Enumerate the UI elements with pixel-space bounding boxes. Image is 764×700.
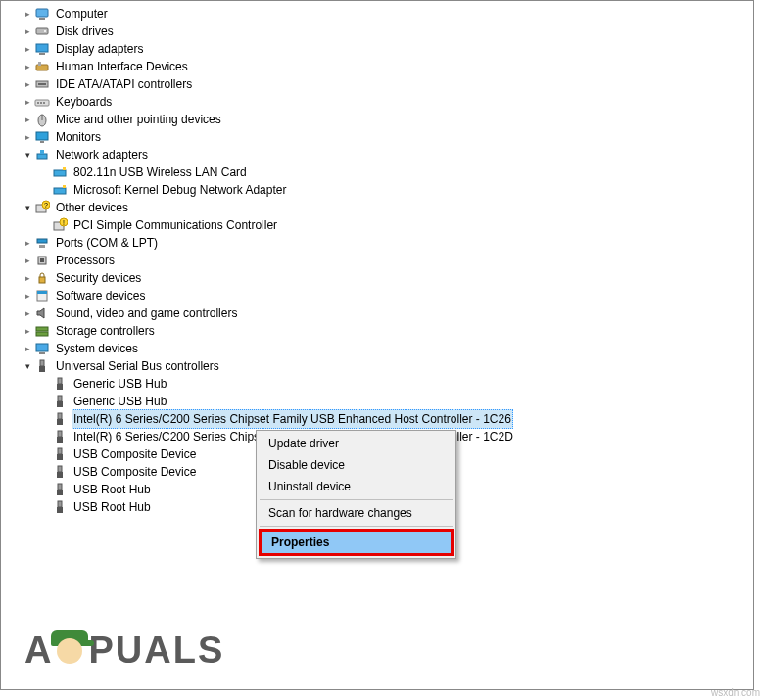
expand-arrow-icon[interactable]: [21, 128, 34, 146]
expand-arrow-icon[interactable]: [21, 75, 34, 93]
node-keyboards[interactable]: Keyboards: [3, 93, 753, 111]
node-label: Keyboards: [54, 93, 114, 111]
node-ports[interactable]: Ports (COM & LPT): [3, 234, 753, 252]
svg-rect-23: [63, 185, 66, 188]
expand-arrow-icon[interactable]: [21, 234, 34, 252]
svg-rect-33: [40, 258, 44, 262]
svg-rect-5: [39, 53, 45, 55]
logo-right: PUALS: [88, 630, 224, 672]
node-label: Processors: [54, 252, 117, 269]
other-icon: ?: [34, 200, 50, 215]
svg-rect-42: [39, 366, 45, 372]
expand-arrow-icon[interactable]: [21, 58, 34, 75]
menu-separator: [260, 499, 453, 500]
expand-arrow-icon[interactable]: [21, 146, 34, 163]
svg-rect-20: [54, 170, 66, 176]
expand-arrow-icon[interactable]: [21, 340, 34, 357]
node-processors[interactable]: Processors: [3, 252, 753, 269]
node-label: Generic USB Hub: [72, 393, 168, 410]
expand-arrow-icon[interactable]: [21, 40, 34, 58]
expand-arrow-icon[interactable]: [21, 23, 34, 40]
expand-arrow-icon[interactable]: [21, 252, 34, 269]
logo-mascot-icon: [49, 629, 92, 672]
node-display-adapters[interactable]: Display adapters: [3, 40, 753, 58]
network-card-icon: [52, 182, 68, 198]
svg-rect-49: [58, 431, 62, 437]
system-icon: [34, 341, 50, 356]
node-network-adapters[interactable]: Network adapters: [3, 146, 753, 163]
highlight-annotation: Properties: [259, 529, 454, 556]
context-menu: Update driver Disable device Uninstall d…: [256, 430, 456, 559]
device-manager-window: Computer Disk drives Display adapters Hu…: [0, 0, 754, 690]
node-ide[interactable]: IDE ATA/ATAPI controllers: [3, 75, 753, 93]
node-security[interactable]: Security devices: [3, 269, 753, 287]
node-sound[interactable]: Sound, video and game controllers: [3, 304, 753, 322]
node-mice[interactable]: Mice and other pointing devices: [3, 111, 753, 128]
svg-rect-43: [58, 378, 62, 384]
node-kernel-debug-adapter[interactable]: Microsoft Kernel Debug Network Adapter: [3, 181, 753, 199]
usb-icon: [34, 358, 50, 374]
expand-arrow-icon[interactable]: [21, 111, 34, 128]
expand-arrow-icon[interactable]: [21, 93, 34, 111]
node-pci-controller[interactable]: ! PCI Simple Communications Controller: [3, 216, 753, 234]
menu-properties[interactable]: Properties: [262, 532, 451, 553]
node-computer[interactable]: Computer: [3, 5, 753, 23]
expand-arrow-icon[interactable]: [21, 287, 34, 304]
usb-device-icon: [52, 464, 68, 480]
svg-rect-9: [38, 83, 46, 85]
svg-rect-31: [39, 245, 45, 248]
node-system[interactable]: System devices: [3, 340, 753, 357]
menu-update-driver[interactable]: Update driver: [259, 433, 454, 454]
node-software[interactable]: Software devices: [3, 287, 753, 304]
usb-device-icon: [52, 394, 68, 409]
disk-icon: [34, 23, 50, 39]
node-wifi-card[interactable]: 802.11n USB Wireless LAN Card: [3, 163, 753, 181]
node-monitors[interactable]: Monitors: [3, 128, 753, 146]
network-icon: [34, 147, 50, 163]
svg-text:?: ?: [44, 202, 48, 209]
node-label: Ports (COM & LPT): [54, 234, 160, 252]
node-label: Generic USB Hub: [72, 375, 168, 393]
node-usb-hub[interactable]: Generic USB Hub: [3, 393, 753, 410]
node-usb-hub[interactable]: Generic USB Hub: [3, 375, 753, 393]
appuals-logo: A PUALS: [24, 629, 224, 672]
node-label: IDE ATA/ATAPI controllers: [54, 75, 194, 93]
svg-rect-0: [36, 9, 48, 17]
node-other-devices[interactable]: ? Other devices: [3, 199, 753, 216]
expand-arrow-icon[interactable]: [21, 269, 34, 287]
expand-arrow-icon[interactable]: [21, 357, 34, 375]
node-label: Security devices: [54, 269, 143, 287]
svg-rect-11: [37, 102, 39, 104]
expand-arrow-icon[interactable]: [21, 5, 34, 23]
svg-rect-7: [38, 62, 41, 66]
keyboard-icon: [34, 94, 50, 110]
expand-arrow-icon[interactable]: [21, 322, 34, 340]
menu-disable-device[interactable]: Disable device: [259, 454, 454, 476]
svg-rect-41: [40, 360, 44, 366]
node-label: Universal Serial Bus controllers: [54, 357, 221, 375]
node-storage[interactable]: Storage controllers: [3, 322, 753, 340]
expand-arrow-icon[interactable]: [21, 304, 34, 322]
svg-rect-56: [57, 490, 63, 495]
node-hid[interactable]: Human Interface Devices: [3, 58, 753, 75]
expand-arrow-icon[interactable]: [21, 199, 34, 216]
menu-scan-hardware[interactable]: Scan for hardware changes: [259, 502, 454, 524]
storage-icon: [34, 323, 50, 339]
network-card-icon: [52, 164, 68, 180]
node-usb-controllers[interactable]: Universal Serial Bus controllers: [3, 357, 753, 375]
svg-point-3: [44, 30, 46, 32]
monitor-icon: [34, 129, 50, 145]
usb-device-icon: [52, 429, 68, 444]
svg-rect-58: [57, 507, 63, 513]
node-usb-intel-1c26[interactable]: Intel(R) 6 Series/C200 Series Chipset Fa…: [3, 410, 753, 428]
svg-rect-48: [57, 419, 63, 425]
sound-icon: [34, 305, 50, 321]
usb-device-icon: [52, 411, 68, 427]
svg-text:!: !: [63, 219, 65, 226]
node-label: Disk drives: [54, 23, 116, 40]
node-label: Human Interface Devices: [54, 58, 190, 75]
menu-uninstall-device[interactable]: Uninstall device: [259, 476, 454, 497]
node-disk-drives[interactable]: Disk drives: [3, 23, 753, 40]
svg-rect-39: [36, 344, 48, 351]
node-label: USB Root Hub: [72, 498, 153, 516]
